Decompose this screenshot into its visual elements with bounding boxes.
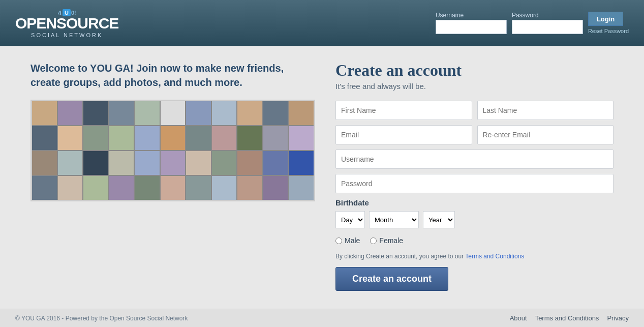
- header-password-input[interactable]: [512, 20, 583, 34]
- photo-cell: [237, 101, 262, 125]
- footer-links: About Terms and Conditions Privacy: [510, 314, 629, 322]
- email-row: [335, 125, 614, 144]
- month-select[interactable]: Month JanuaryFebruaryMarch AprilMayJune …: [369, 211, 419, 228]
- username-field-group: Username: [436, 12, 507, 34]
- registration-form-panel: Create an account It's free and always w…: [335, 61, 614, 291]
- gender-male-radio[interactable]: [335, 237, 342, 244]
- photo-cell: [212, 176, 237, 200]
- photo-cell: [186, 176, 211, 200]
- password-field-group: Password: [512, 12, 583, 34]
- footer-terms-link[interactable]: Terms and Conditions: [535, 314, 599, 322]
- gender-male-label: Male: [345, 236, 360, 245]
- last-name-input[interactable]: [477, 101, 614, 120]
- photo-cell: [109, 151, 134, 175]
- logo-name: OPENSOURCE: [15, 15, 118, 32]
- photo-cell: [161, 101, 186, 125]
- photo-cell: [83, 101, 108, 125]
- birthdate-row: Day 12345 678910 1112131415 1617181920 2…: [335, 211, 614, 228]
- photo-cell: [58, 151, 83, 175]
- year-select[interactable]: Year 2000199919981997 1996199519901985 1…: [423, 211, 455, 228]
- footer-privacy-link[interactable]: Privacy: [607, 314, 629, 322]
- logo: 4 U 0! OPENSOURCE SOCIAL NETWORK: [15, 8, 118, 38]
- email-input[interactable]: [335, 125, 472, 144]
- photo-cell: [237, 151, 262, 175]
- password-label: Password: [512, 12, 583, 19]
- photo-cell: [83, 176, 108, 200]
- gender-female-radio[interactable]: [370, 237, 377, 244]
- photo-cell: [58, 126, 83, 150]
- photo-cell: [135, 151, 160, 175]
- photo-cell: [186, 101, 211, 125]
- footer-about-link[interactable]: About: [510, 314, 527, 322]
- birthdate-label: Birthdate: [335, 198, 614, 207]
- photo-cell: [263, 101, 288, 125]
- gender-female-option[interactable]: Female: [370, 236, 403, 245]
- photo-cell: [58, 176, 83, 200]
- photo-cell: [135, 176, 160, 200]
- photo-cell: [289, 151, 314, 175]
- photo-cell: [161, 126, 186, 150]
- terms-link[interactable]: Terms and Conditions: [465, 253, 524, 260]
- reenter-email-input[interactable]: [477, 125, 614, 144]
- photo-cell: [32, 151, 57, 175]
- welcome-text: Welcome to YOU GA! Join now to make new …: [30, 61, 315, 90]
- gender-female-label: Female: [379, 236, 403, 245]
- reset-password-link[interactable]: Reset Password: [588, 28, 629, 34]
- photo-cell: [263, 176, 288, 200]
- photo-cell: [32, 101, 57, 125]
- photo-cell: [237, 176, 262, 200]
- create-account-title: Create an account: [335, 61, 614, 80]
- photo-cell: [32, 176, 57, 200]
- photo-cell: [109, 101, 134, 125]
- photo-cell: [83, 126, 108, 150]
- photo-cell: [32, 126, 57, 150]
- photo-cell: [58, 101, 83, 125]
- login-button[interactable]: Login: [588, 12, 623, 26]
- create-account-button[interactable]: Create an account: [335, 267, 448, 291]
- photo-cell: [161, 176, 186, 200]
- photo-cell: [109, 126, 134, 150]
- terms-text: By clicking Create an account, you agree…: [335, 253, 614, 260]
- header: 4 U 0! OPENSOURCE SOCIAL NETWORK Usernam…: [0, 0, 644, 46]
- photo-cell: [186, 126, 211, 150]
- name-row: [335, 101, 614, 120]
- username-input[interactable]: [335, 150, 614, 169]
- main-content: Welcome to YOU GA! Join now to make new …: [0, 46, 644, 306]
- photo-cell: [289, 176, 314, 200]
- copyright-text: © YOU GA 2016 - Powered by the Open Sour…: [15, 315, 188, 322]
- first-name-input[interactable]: [335, 101, 472, 120]
- photo-cell: [83, 151, 108, 175]
- photo-cell: [237, 126, 262, 150]
- create-account-subtitle: It's free and always will be.: [335, 82, 614, 91]
- photo-cell: [186, 151, 211, 175]
- photo-cell: [135, 101, 160, 125]
- day-select[interactable]: Day 12345 678910 1112131415 1617181920 2…: [335, 211, 365, 228]
- username-label: Username: [436, 12, 507, 19]
- photo-cell: [109, 176, 134, 200]
- gender-male-option[interactable]: Male: [335, 236, 360, 245]
- photo-cell: [212, 126, 237, 150]
- logo-tagline: SOCIAL NETWORK: [31, 32, 103, 38]
- photo-cell: [263, 151, 288, 175]
- photo-cell: [212, 151, 237, 175]
- photo-collage: [30, 100, 315, 201]
- photo-cell: [263, 126, 288, 150]
- photo-cell: [135, 126, 160, 150]
- photo-cell: [289, 126, 314, 150]
- photo-cell: [212, 101, 237, 125]
- header-login-area: Username Password Login Reset Password: [436, 12, 629, 34]
- footer: © YOU GA 2016 - Powered by the Open Sour…: [0, 309, 644, 327]
- gender-row: Male Female: [335, 236, 614, 245]
- left-panel: Welcome to YOU GA! Join now to make new …: [30, 61, 315, 291]
- photo-cell: [289, 101, 314, 125]
- photo-cell: [161, 151, 186, 175]
- header-username-input[interactable]: [436, 20, 507, 34]
- password-input[interactable]: [335, 174, 614, 193]
